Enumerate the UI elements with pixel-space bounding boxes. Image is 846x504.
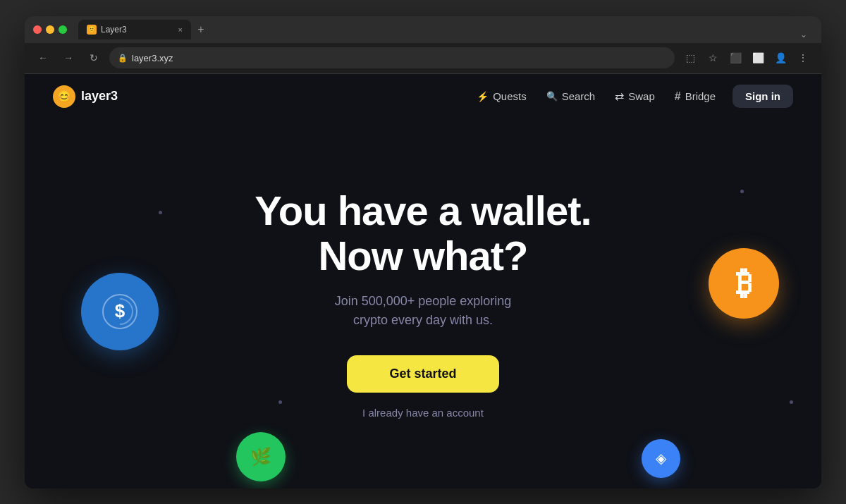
usdc-coin: $ bbox=[81, 273, 159, 350]
forward-button[interactable]: → bbox=[59, 48, 78, 68]
nav-actions: ⬚ ☆ ⬛ ⬜ 👤 ⋮ bbox=[680, 48, 813, 68]
decorative-dot-3 bbox=[740, 190, 744, 193]
bookmark-icon[interactable]: ☆ bbox=[703, 48, 723, 68]
maximize-button[interactable] bbox=[59, 25, 67, 34]
blue-coin: ◈ bbox=[642, 439, 680, 478]
get-started-button[interactable]: Get started bbox=[347, 355, 498, 393]
website: 😊 layer3 ⚡ Quests 🔍 Search ⇄ Swap bbox=[25, 74, 821, 488]
bridge-nav-link[interactable]: # Bridge bbox=[666, 86, 724, 107]
active-tab[interactable]: 😊 Layer3 × bbox=[78, 20, 191, 39]
hero-heading-line1: You have a wallet. bbox=[255, 188, 591, 233]
minimize-button[interactable] bbox=[46, 25, 54, 34]
menu-icon[interactable]: ⋮ bbox=[793, 48, 813, 68]
logo-text: layer3 bbox=[81, 89, 118, 104]
address-url: layer3.xyz bbox=[132, 53, 173, 63]
decorative-dot-1 bbox=[159, 211, 162, 214]
hero-heading-line2: Now what? bbox=[318, 233, 527, 278]
back-button[interactable]: ← bbox=[33, 48, 53, 68]
browser-window: 😊 Layer3 × + ⌄ ← → ↻ 🔒 layer3.xyz ⬚ ☆ ⬛ … bbox=[25, 16, 821, 488]
profile-icon[interactable]: 👤 bbox=[771, 48, 790, 68]
tab-title: Layer3 bbox=[101, 25, 127, 35]
split-icon[interactable]: ⬜ bbox=[748, 48, 768, 68]
site-logo[interactable]: 😊 layer3 bbox=[53, 85, 118, 108]
already-have-account-link[interactable]: I already have an account bbox=[362, 407, 484, 419]
bridge-icon: # bbox=[675, 90, 681, 103]
tab-favicon: 😊 bbox=[87, 25, 97, 35]
decorative-dot-2 bbox=[278, 400, 282, 404]
swap-icon: ⇄ bbox=[615, 90, 624, 103]
signin-button[interactable]: Sign in bbox=[732, 85, 793, 108]
chrome-titlebar: 😊 Layer3 × + ⌄ bbox=[25, 16, 821, 43]
address-bar[interactable]: 🔒 layer3.xyz bbox=[109, 47, 675, 68]
reload-button[interactable]: ↻ bbox=[84, 48, 104, 68]
close-button[interactable] bbox=[33, 25, 42, 34]
swap-label: Swap bbox=[628, 90, 655, 102]
tab-close-button[interactable]: × bbox=[178, 25, 183, 34]
hero-section: $ ₿ 🌿 ◈ You have a wallet. Now what? Joi… bbox=[25, 119, 821, 488]
decorative-dot-4 bbox=[790, 400, 793, 404]
search-nav-link[interactable]: 🔍 Search bbox=[538, 86, 604, 106]
swap-nav-link[interactable]: ⇄ Swap bbox=[606, 85, 663, 107]
quests-nav-link[interactable]: ⚡ Quests bbox=[468, 86, 535, 106]
quests-label: Quests bbox=[493, 90, 527, 102]
bitcoin-coin: ₿ bbox=[709, 248, 779, 319]
svg-text:$: $ bbox=[115, 300, 125, 321]
green-coin: 🌿 bbox=[236, 432, 286, 481]
screenshot-icon[interactable]: ⬚ bbox=[680, 48, 700, 68]
quests-icon: ⚡ bbox=[477, 91, 489, 102]
chrome-navbar: ← → ↻ 🔒 layer3.xyz ⬚ ☆ ⬛ ⬜ 👤 ⋮ bbox=[25, 43, 821, 74]
search-label: Search bbox=[562, 90, 596, 102]
extensions-icon[interactable]: ⬛ bbox=[725, 48, 745, 68]
traffic-lights bbox=[33, 25, 67, 34]
security-icon: 🔒 bbox=[118, 54, 128, 63]
bridge-label: Bridge bbox=[685, 90, 716, 102]
site-nav-links: ⚡ Quests 🔍 Search ⇄ Swap # Bridge Sign i… bbox=[468, 85, 793, 108]
search-icon: 🔍 bbox=[546, 91, 558, 102]
hero-subtitle: Join 500,000+ people exploringcrypto eve… bbox=[335, 292, 512, 330]
tab-bar: 😊 Layer3 × + ⌄ bbox=[78, 20, 813, 39]
logo-icon: 😊 bbox=[53, 85, 75, 108]
new-tab-button[interactable]: + bbox=[191, 20, 211, 39]
tab-list-chevron[interactable]: ⌄ bbox=[795, 30, 813, 39]
hero-heading: You have a wallet. Now what? bbox=[255, 188, 591, 278]
site-navbar: 😊 layer3 ⚡ Quests 🔍 Search ⇄ Swap bbox=[25, 74, 821, 119]
